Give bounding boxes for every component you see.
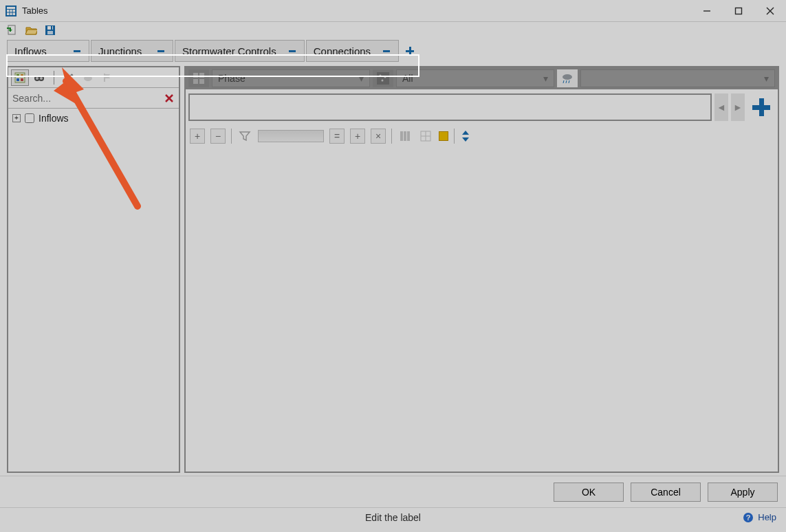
file-toolbar [0, 22, 786, 38]
minus-icon[interactable] [382, 46, 391, 56]
svg-rect-7 [736, 8, 742, 14]
grid-icon[interactable] [188, 69, 209, 87]
svg-rect-40 [377, 72, 389, 85]
columns-icon[interactable] [397, 129, 413, 144]
svg-marker-56 [462, 131, 469, 135]
phase-select[interactable]: Phase ▾ [212, 69, 370, 87]
apply-button[interactable]: Apply [708, 483, 778, 502]
chevron-down-icon: ▾ [543, 73, 548, 84]
add-button[interactable] [747, 93, 775, 121]
cancel-button[interactable]: Cancel [631, 483, 701, 502]
svg-rect-37 [199, 73, 204, 78]
svg-rect-36 [193, 73, 198, 78]
annotation-arrow-icon [34, 62, 186, 227]
svg-rect-39 [199, 79, 204, 84]
times-button[interactable]: × [371, 129, 386, 144]
separator [454, 129, 455, 144]
zoom-slider[interactable] [258, 130, 324, 142]
expand-icon[interactable]: + [12, 114, 21, 122]
minimize-button[interactable] [691, 0, 723, 21]
table-toolbar: + − = + × [186, 125, 778, 147]
svg-rect-21 [406, 50, 414, 52]
svg-point-43 [382, 80, 384, 82]
expand-all-button[interactable]: + [190, 129, 205, 144]
tab-connections[interactable]: Connections [306, 40, 399, 62]
svg-rect-14 [47, 31, 53, 34]
right-header: Phase ▾ All ▾ ▾ [186, 67, 778, 89]
svg-rect-19 [383, 50, 390, 52]
rain-icon[interactable] [557, 69, 578, 87]
new-icon[interactable] [6, 24, 18, 36]
select-label: All [402, 73, 413, 84]
svg-rect-38 [193, 79, 198, 84]
svg-line-47 [569, 80, 569, 83]
plus-button[interactable]: + [350, 129, 365, 144]
svg-line-46 [566, 80, 567, 83]
open-icon[interactable] [25, 24, 37, 36]
tab-inflows[interactable]: Inflows [7, 40, 89, 62]
svg-rect-25 [17, 78, 19, 81]
svg-point-42 [384, 76, 386, 78]
help-link[interactable]: ? Help [743, 512, 776, 523]
filter-select[interactable]: All ▾ [396, 69, 554, 87]
status-hint: Edit the label [365, 512, 421, 523]
title-bar: Tables [0, 0, 786, 22]
window-title: Tables [22, 5, 48, 16]
svg-rect-51 [404, 131, 406, 141]
next-button[interactable]: ► [731, 93, 745, 121]
matrix-icon[interactable] [373, 69, 393, 87]
dialog-buttons: OK Cancel Apply [0, 476, 786, 507]
ok-button[interactable]: OK [554, 483, 624, 502]
svg-rect-24 [21, 74, 23, 77]
svg-rect-52 [407, 131, 410, 141]
svg-rect-49 [752, 105, 770, 110]
rain-select[interactable]: ▾ [580, 69, 775, 87]
minus-icon[interactable] [72, 46, 82, 56]
svg-line-45 [563, 80, 564, 83]
svg-marker-57 [462, 137, 469, 142]
app-icon [6, 5, 17, 16]
grid-icon[interactable] [418, 129, 433, 144]
svg-rect-15 [51, 26, 52, 30]
svg-point-44 [563, 74, 572, 80]
tree-checkbox[interactable] [25, 113, 34, 123]
right-search-row: ◄ ► [186, 89, 778, 125]
separator [391, 129, 392, 144]
table-body [186, 147, 778, 472]
tab-junctions[interactable]: Junctions [91, 40, 173, 62]
maximize-button[interactable] [723, 0, 754, 21]
svg-point-41 [380, 75, 382, 77]
filter-input[interactable] [188, 93, 712, 121]
close-button[interactable] [754, 0, 786, 21]
help-label: Help [758, 512, 776, 522]
separator [231, 129, 232, 144]
tab-label: Junctions [98, 45, 142, 57]
svg-rect-26 [21, 78, 23, 81]
add-tab-button[interactable] [400, 40, 419, 62]
tab-label: Inflows [14, 45, 47, 57]
sort-icon[interactable] [460, 129, 471, 143]
svg-rect-50 [400, 131, 403, 141]
minus-icon[interactable] [287, 46, 297, 56]
select-label: Phase [218, 73, 245, 84]
status-bar: Edit the label ? Help [0, 507, 786, 527]
chevron-down-icon: ▾ [359, 73, 364, 84]
minus-icon[interactable] [156, 46, 166, 56]
tab-stormwater-controls[interactable]: Stormwater Controls [175, 40, 305, 62]
tree-view-button[interactable] [11, 69, 29, 86]
equals-button[interactable]: = [329, 129, 345, 144]
filter-icon[interactable] [237, 129, 252, 144]
tab-label: Stormwater Controls [182, 45, 276, 57]
svg-rect-16 [74, 50, 80, 52]
collapse-all-button[interactable]: − [210, 129, 226, 144]
chevron-down-icon: ▾ [764, 73, 769, 84]
svg-text:?: ? [746, 513, 751, 522]
highlight-icon[interactable] [439, 131, 448, 141]
svg-rect-1 [7, 7, 15, 9]
svg-rect-17 [157, 50, 164, 52]
tab-label: Connections [314, 45, 371, 57]
svg-rect-18 [289, 50, 296, 52]
svg-rect-23 [17, 74, 19, 77]
prev-button[interactable]: ◄ [714, 93, 728, 121]
save-icon[interactable] [44, 24, 56, 36]
